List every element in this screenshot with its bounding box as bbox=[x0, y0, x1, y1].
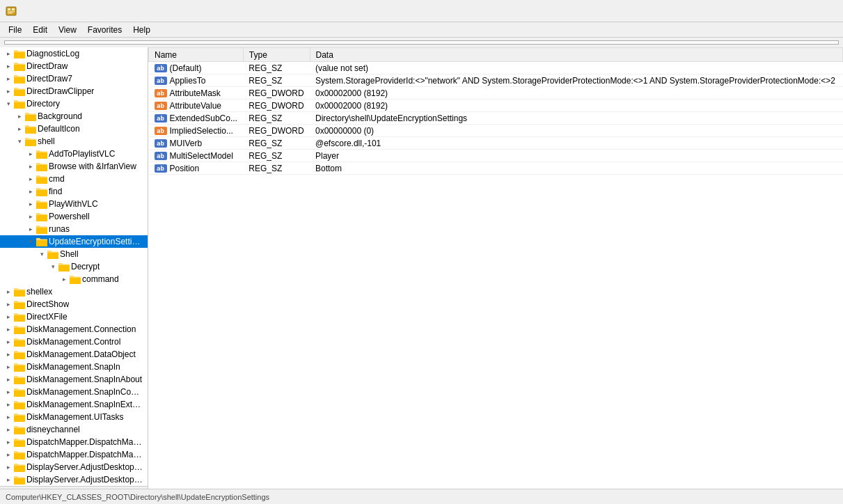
table-row[interactable]: abAppliesToREG_SZSystem.StorageProviderI… bbox=[149, 74, 843, 87]
tree-toggle-icon[interactable] bbox=[3, 323, 14, 336]
tree-toggle-icon[interactable] bbox=[25, 235, 36, 248]
table-row[interactable]: abImpliedSelectio...REG_DWORD0x00000000 … bbox=[149, 125, 843, 137]
tree-toggle-icon[interactable] bbox=[3, 448, 14, 461]
table-row[interactable]: ab(Default)REG_SZ(value not set) bbox=[149, 62, 843, 74]
tree-toggle-icon[interactable] bbox=[3, 461, 14, 473]
tree-item[interactable]: DispatchMapper.DispatchMappe bbox=[0, 448, 148, 461]
tree-label: DispatchMapper.DispatchMappe bbox=[26, 450, 145, 459]
tree-item[interactable]: DiskManagement.SnapIn bbox=[0, 361, 148, 373]
tree-item[interactable]: DirectDraw7 bbox=[0, 72, 148, 85]
tree-toggle-icon[interactable] bbox=[3, 423, 14, 436]
tree-item[interactable]: Background bbox=[0, 110, 148, 123]
minimize-button[interactable] bbox=[739, 0, 771, 22]
table-row[interactable]: abMultiSelectModelREG_SZPlayer bbox=[149, 150, 843, 162]
tree-toggle-icon[interactable] bbox=[25, 185, 36, 198]
tree-item[interactable]: Browse with &IrfanView bbox=[0, 160, 148, 173]
menu-item-edit[interactable]: Edit bbox=[27, 24, 53, 36]
tree-item[interactable]: DiskManagement.SnapInExtensic bbox=[0, 398, 148, 411]
tree-item[interactable]: Decrypt bbox=[0, 260, 148, 273]
tree-toggle-icon[interactable] bbox=[14, 123, 25, 135]
table-cell-name: abExtendedSubCo... bbox=[149, 112, 244, 125]
tree-toggle-icon[interactable] bbox=[3, 47, 14, 60]
tree-toggle-icon[interactable] bbox=[25, 210, 36, 223]
tree-toggle-icon[interactable] bbox=[25, 198, 36, 210]
tree-toggle-icon[interactable] bbox=[3, 398, 14, 411]
tree-toggle-icon[interactable] bbox=[3, 373, 14, 386]
tree-item[interactable]: DispatchMapper.DispatchMappe bbox=[0, 436, 148, 448]
tree-item[interactable]: UpdateEncryptionSettings bbox=[0, 235, 148, 248]
tree-item[interactable]: PlayWithVLC bbox=[0, 198, 148, 210]
table-row[interactable]: abExtendedSubCo...REG_SZDirectory\shell\… bbox=[149, 112, 843, 125]
window-controls bbox=[739, 0, 837, 22]
tree-label: DiskManagement.SnapInCompo bbox=[26, 387, 145, 397]
tree-toggle-icon[interactable] bbox=[3, 285, 14, 298]
tree-item[interactable]: DiskManagement.SnapInAbout bbox=[0, 373, 148, 386]
tree-item[interactable]: shell bbox=[0, 135, 148, 148]
string-icon: ab bbox=[155, 164, 167, 173]
menu-item-help[interactable]: Help bbox=[127, 24, 156, 36]
tree-item[interactable]: DirectDrawClipper bbox=[0, 85, 148, 97]
tree-item[interactable]: shellex bbox=[0, 285, 148, 298]
reg-type-icon: abMultiSelectModel bbox=[155, 151, 233, 161]
tree-toggle-icon[interactable] bbox=[47, 260, 58, 273]
table-cell-type: REG_SZ bbox=[243, 112, 310, 125]
table-row[interactable]: abPositionREG_SZBottom bbox=[149, 162, 843, 175]
tree-toggle-icon[interactable] bbox=[3, 473, 14, 486]
tree-toggle-icon[interactable] bbox=[25, 160, 36, 173]
tree-item[interactable]: DefaultIcon bbox=[0, 123, 148, 135]
menu-item-file[interactable]: File bbox=[3, 24, 27, 36]
tree-toggle-icon[interactable] bbox=[3, 97, 14, 110]
tree-toggle-icon[interactable] bbox=[3, 361, 14, 373]
tree-item[interactable]: cmd bbox=[0, 173, 148, 185]
tree-item[interactable]: DiskManagement.SnapInCompo bbox=[0, 386, 148, 398]
tree-pane[interactable]: DiagnosticLogDirectDrawDirectDraw7Direct… bbox=[0, 47, 148, 489]
tree-item[interactable]: DisplayServer.AdjustDesktopSizeI bbox=[0, 461, 148, 473]
table-row[interactable]: abMUIVerbREG_SZ@efscore.dll,-101 bbox=[149, 137, 843, 150]
maximize-button[interactable] bbox=[772, 0, 804, 22]
tree-item[interactable]: Directory bbox=[0, 97, 148, 110]
reg-type-icon: abAttributeValue bbox=[155, 101, 222, 111]
tree-toggle-icon[interactable] bbox=[36, 248, 47, 260]
tree-item[interactable]: DirectShow bbox=[0, 298, 148, 310]
tree-item[interactable]: DisplayServer.AdjustDesktopSizeI bbox=[0, 473, 148, 486]
tree-item[interactable]: DiskManagement.Control bbox=[0, 336, 148, 348]
close-button[interactable] bbox=[805, 0, 837, 22]
tree-item[interactable]: runas bbox=[0, 223, 148, 235]
tree-item[interactable]: DirectDraw bbox=[0, 60, 148, 72]
tree-toggle-icon[interactable] bbox=[3, 336, 14, 348]
table-row[interactable]: abAttributeMaskREG_DWORD0x00002000 (8192… bbox=[149, 87, 843, 100]
tree-toggle-icon[interactable] bbox=[3, 60, 14, 72]
tree-toggle-icon[interactable] bbox=[14, 135, 25, 148]
tree-toggle-icon[interactable] bbox=[25, 173, 36, 185]
tree-toggle-icon[interactable] bbox=[3, 298, 14, 310]
tree-toggle-icon[interactable] bbox=[58, 273, 70, 285]
table-row[interactable]: abAttributeValueREG_DWORD0x00002000 (819… bbox=[149, 100, 843, 112]
tree-toggle-icon[interactable] bbox=[14, 110, 25, 123]
menu-item-favorites[interactable]: Favorites bbox=[82, 24, 127, 36]
folder-icon bbox=[14, 411, 25, 423]
tree-item[interactable]: AddToPlaylistVLC bbox=[0, 148, 148, 160]
tree-toggle-icon[interactable] bbox=[3, 348, 14, 361]
tree-toggle-icon[interactable] bbox=[25, 148, 36, 160]
tree-toggle-icon[interactable] bbox=[3, 436, 14, 448]
table-cell-name: abPosition bbox=[149, 162, 244, 175]
tree-label: cmd bbox=[49, 174, 65, 184]
tree-item[interactable]: Shell bbox=[0, 248, 148, 260]
tree-toggle-icon[interactable] bbox=[3, 72, 14, 85]
tree-item[interactable]: DiskManagement.DataObject bbox=[0, 348, 148, 361]
tree-label: DiskManagement.DataObject bbox=[26, 349, 136, 359]
tree-toggle-icon[interactable] bbox=[3, 386, 14, 398]
tree-item[interactable]: find bbox=[0, 185, 148, 198]
tree-item[interactable]: Powershell bbox=[0, 210, 148, 223]
tree-toggle-icon[interactable] bbox=[3, 411, 14, 423]
tree-toggle-icon[interactable] bbox=[25, 223, 36, 235]
tree-item[interactable]: DiskManagement.Connection bbox=[0, 323, 148, 336]
tree-toggle-icon[interactable] bbox=[3, 310, 14, 323]
menu-item-view[interactable]: View bbox=[53, 24, 82, 36]
tree-item[interactable]: disneychannel bbox=[0, 423, 148, 436]
tree-item[interactable]: command bbox=[0, 273, 148, 285]
tree-toggle-icon[interactable] bbox=[3, 85, 14, 97]
tree-item[interactable]: DirectXFile bbox=[0, 310, 148, 323]
tree-item[interactable]: DiskManagement.UITasks bbox=[0, 411, 148, 423]
tree-item[interactable]: DiagnosticLog bbox=[0, 47, 148, 60]
